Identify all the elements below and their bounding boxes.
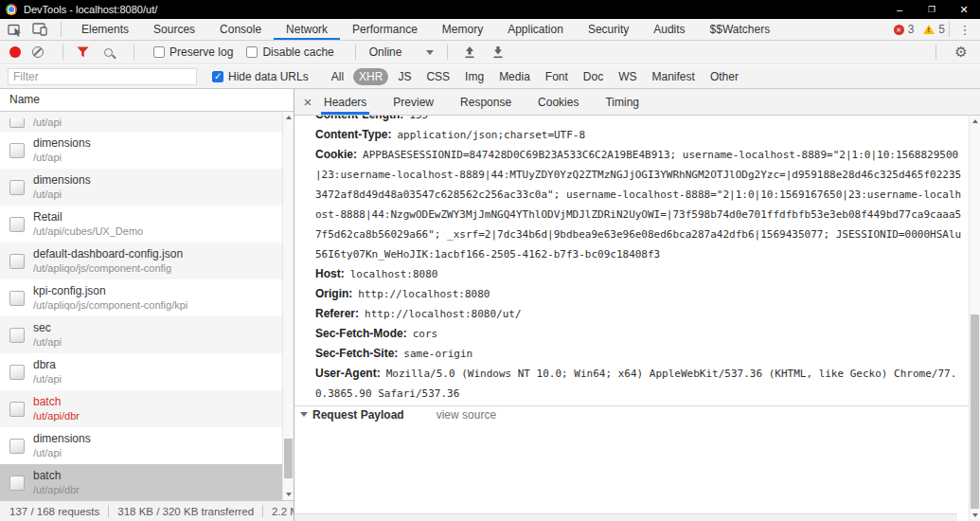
tab-memory[interactable]: Memory — [430, 19, 495, 40]
filter-chip-ws[interactable]: WS — [613, 68, 642, 85]
file-icon — [9, 254, 25, 269]
request-row[interactable]: kpi-config.json/ut/apliqo/js/component-c… — [0, 279, 294, 316]
scrollbar-thumb[interactable] — [284, 439, 293, 478]
request-row-error[interactable]: batch/ut/api/dbr — [0, 390, 294, 427]
request-row-selected[interactable]: batch/ut/api/dbr — [0, 464, 294, 500]
hide-data-urls-checkbox[interactable] — [212, 71, 223, 82]
request-row[interactable]: dimensions/ut/api — [0, 427, 294, 464]
tab-timing[interactable]: Timing — [602, 89, 642, 115]
filter-chip-xhr[interactable]: XHR — [353, 68, 388, 85]
tab-preview[interactable]: Preview — [390, 89, 437, 115]
detail-tabbar: Headers Preview Response Cookies Timing — [294, 89, 980, 116]
disable-cache-checkbox[interactable] — [246, 46, 258, 58]
throttling-dropdown[interactable]: Online — [369, 45, 435, 59]
name-column-header[interactable]: Name — [0, 89, 294, 112]
tab-security[interactable]: Security — [576, 19, 641, 40]
file-icon — [9, 476, 25, 491]
search-icon[interactable] — [104, 48, 113, 57]
hide-data-urls-label: Hide data URLs — [228, 70, 309, 83]
restore-button[interactable] — [916, 0, 948, 19]
divider — [62, 45, 63, 60]
filter-chip-img[interactable]: Img — [459, 68, 490, 85]
tab-response[interactable]: Response — [457, 89, 514, 115]
request-row[interactable]: dbra/ut/api — [0, 353, 294, 390]
request-row[interactable]: sec/ut/api — [0, 316, 294, 353]
warning-icon[interactable] — [923, 25, 935, 34]
request-list: /ut/api dimensions/ut/api dimensions/ut/… — [0, 112, 294, 500]
filter-chip-css[interactable]: CSS — [420, 68, 455, 85]
request-list-scrollbar[interactable] — [282, 112, 294, 500]
file-icon — [9, 217, 25, 232]
record-icon[interactable] — [9, 46, 21, 58]
file-icon — [9, 291, 25, 306]
minimize-button[interactable] — [883, 0, 916, 19]
warning-count[interactable]: 5 — [938, 23, 945, 36]
inspect-element-icon[interactable] — [8, 22, 23, 37]
filter-chip-js[interactable]: JS — [392, 68, 417, 85]
filter-chip-doc[interactable]: Doc — [578, 68, 609, 85]
import-har-icon[interactable] — [463, 45, 476, 59]
filter-icon[interactable] — [77, 46, 89, 58]
request-row[interactable]: Retail/ut/api/cubes/UX_Demo — [0, 206, 294, 243]
filter-input[interactable] — [8, 68, 197, 85]
kebab-menu-icon[interactable] — [953, 23, 976, 37]
export-har-icon[interactable] — [491, 45, 505, 59]
scroll-up-icon[interactable] — [970, 116, 980, 127]
tab-sources[interactable]: Sources — [141, 19, 207, 40]
header-line: Cookie:APPBASESESSIONID=847428D0C69B23A5… — [294, 145, 969, 264]
file-icon — [9, 180, 25, 195]
window-title: DevTools - localhost:8080/ut/ — [24, 4, 157, 15]
scrollbar-thumb[interactable] — [971, 314, 979, 509]
filter-chip-all[interactable]: All — [326, 68, 349, 85]
horizontal-scrollbar-track[interactable] — [294, 513, 957, 521]
header-line: Content-Length:155 — [294, 116, 969, 125]
filter-chip-manifest[interactable]: Manifest — [647, 68, 701, 85]
tab-watchers[interactable]: $$Watchers — [698, 19, 783, 40]
request-row[interactable]: /ut/api — [0, 112, 294, 132]
divider — [447, 45, 448, 60]
tab-console[interactable]: Console — [207, 19, 274, 40]
request-row[interactable]: dimensions/ut/api — [0, 169, 294, 206]
divider — [108, 505, 109, 517]
header-line: Referer:http://localhost:8080/ut/ — [294, 304, 969, 324]
close-detail-icon[interactable] — [294, 89, 321, 115]
tab-headers[interactable]: Headers — [321, 89, 369, 115]
scroll-up-icon[interactable] — [283, 112, 294, 123]
file-icon — [9, 365, 25, 380]
request-payload-section[interactable]: Request Payload view source — [294, 405, 969, 422]
header-line: Host:localhost:8080 — [294, 264, 969, 284]
close-button[interactable] — [948, 0, 980, 19]
tab-elements[interactable]: Elements — [69, 19, 141, 40]
error-count[interactable]: 3 — [908, 23, 915, 36]
filter-chip-other[interactable]: Other — [704, 68, 744, 85]
settings-gear-icon[interactable] — [950, 44, 972, 61]
request-row[interactable]: dimensions/ut/api — [0, 132, 294, 169]
tab-network[interactable]: Network — [274, 19, 340, 40]
detail-scrollbar[interactable] — [969, 116, 980, 521]
tab-audits[interactable]: Audits — [641, 19, 697, 40]
devtools-tabbar: Elements Sources Console Network Perform… — [0, 19, 980, 41]
preserve-log-checkbox[interactable] — [153, 46, 165, 58]
filter-chip-font[interactable]: Font — [540, 68, 574, 85]
error-icon[interactable] — [894, 25, 904, 35]
throttling-value: Online — [369, 45, 402, 59]
view-source-link[interactable]: view source — [437, 408, 496, 422]
transferred-size: 318 KB / 320 KB transferred — [117, 506, 254, 517]
device-toolbar-icon[interactable] — [32, 23, 47, 36]
tab-performance[interactable]: Performance — [340, 19, 430, 40]
scroll-down-icon[interactable] — [283, 489, 294, 500]
clear-icon[interactable] — [32, 46, 44, 58]
filter-bar: Hide data URLs All XHR JS CSS Img Media … — [0, 65, 980, 89]
request-row[interactable]: default-dashboard-config.json/ut/apliqo/… — [0, 243, 294, 279]
scroll-down-icon[interactable] — [970, 510, 980, 521]
divider — [262, 505, 263, 517]
preserve-log-label: Preserve log — [169, 45, 233, 59]
tab-application[interactable]: Application — [495, 19, 576, 40]
file-icon — [9, 118, 25, 128]
divider — [134, 45, 134, 60]
filter-chip-media[interactable]: Media — [493, 68, 536, 85]
collapse-triangle-icon — [300, 412, 308, 417]
divider — [355, 45, 356, 60]
network-toolbar: Preserve log Disable cache Online — [0, 41, 980, 64]
tab-cookies[interactable]: Cookies — [535, 89, 581, 115]
